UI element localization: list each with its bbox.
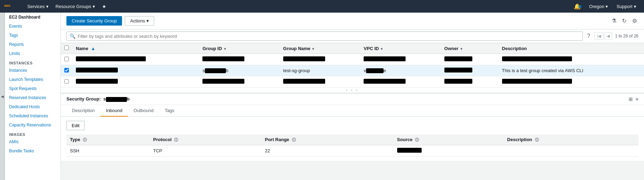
sidebar-item-capacity-reservations[interactable]: Capacity Reservations [5,120,60,130]
table-wrap: Name ▲ Group ID ▾ Group Name ▾ VPC ID [61,43,644,93]
rule-type: SSH [66,145,150,157]
type-info-icon[interactable]: ⓘ [83,138,87,142]
search-input[interactable] [78,34,580,39]
redacted-group-id-3 [202,79,244,84]
edit-inbound-rules-button[interactable]: Edit [66,121,85,130]
inbound-rules-table: Type ⓘ Protocol ⓘ Port Range ⓘ [66,134,638,157]
notifications-bell[interactable]: 🔔 [570,3,584,10]
redacted-desc-3 [502,79,572,84]
scroll-ellipsis: • • • [61,88,644,93]
sidebar: EC2 Dashboard Events Tags Reports Limits… [5,13,61,180]
col-group-id: Group ID ▾ [199,43,280,54]
region-menu[interactable]: Oregon ▾ [586,0,611,13]
services-menu[interactable]: Services ▾ [24,0,52,13]
col-name: Name ▲ [72,43,199,54]
resource-groups-menu[interactable]: Resource Groups ▾ [52,0,99,13]
sidebar-item-bundle-tasks[interactable]: Bundle Tasks [5,146,60,155]
inbound-content: Edit Type ⓘ Protocol ⓘ [61,117,644,161]
redacted-vpc-id-3 [364,79,406,84]
tab-outbound[interactable]: Outbound [128,105,159,117]
aws-logo: aws [4,2,18,11]
tab-description[interactable]: Description [66,105,100,117]
sidebar-item-instances[interactable]: Instances [5,66,60,75]
refresh-icon-btn[interactable]: ↻ [621,16,628,26]
svg-text:aws: aws [4,4,10,7]
sidebar-item-spot-requests[interactable]: Spot Requests [5,84,60,93]
row-checkbox[interactable] [64,79,69,84]
col-type: Type ⓘ [66,134,150,145]
sidebar-item-reports[interactable]: Reports [5,40,60,49]
tab-inbound[interactable]: Inbound [100,105,128,117]
top-nav: aws Services ▾ Resource Groups ▾ ★ 🔔 Ore… [0,0,644,13]
redacted-name-3 [76,79,118,84]
sidebar-collapse-handle[interactable]: ◀ [0,13,5,180]
redacted-group-name-3 [283,79,325,84]
protocol-info-icon[interactable]: ⓘ [174,138,178,142]
group-name-cell: test-sg-group [280,65,360,76]
sidebar-item-events[interactable]: Events [5,22,60,31]
col-port-range: Port Range ⓘ [262,134,394,145]
settings-icon-btn[interactable]: ⚙ [631,16,638,26]
group-name-filter-arrow[interactable]: ▾ [312,47,314,51]
redacted-owner-3 [444,79,472,84]
source-info-icon[interactable]: ⓘ [415,138,419,142]
vpc-id-filter-arrow[interactable]: ▾ [381,47,382,51]
sidebar-item-launch-templates[interactable]: Launch Templates [5,75,60,84]
table-row[interactable] [61,54,644,65]
detail-panel-icons: ⊞ ≡ [629,96,638,102]
col-owner: Owner ▾ [441,43,499,54]
row-checkbox[interactable] [64,68,69,72]
search-input-wrap: 🔍 [66,32,583,41]
redacted-owner [444,56,472,61]
panel-grid-icon[interactable]: ⊞ [629,96,633,102]
actions-button[interactable]: Actions ▾ [125,16,154,26]
flask-icon-btn[interactable]: ⚗ [610,16,618,26]
sidebar-item-scheduled-instances[interactable]: Scheduled Instances [5,111,60,120]
redacted-name-2 [76,68,118,72]
col-description: Description [499,43,644,54]
sidebar-item-limits[interactable]: Limits [5,49,60,58]
panel-list-icon[interactable]: ≡ [636,96,638,102]
main-content: Create Security Group Actions ▾ ⚗ ↻ ⚙ 🔍 … [61,13,644,180]
sidebar-item-tags[interactable]: Tags [5,31,60,40]
redacted-owner-2 [444,68,472,72]
redacted-name [76,56,146,61]
row-checkbox[interactable] [64,57,69,61]
table-row[interactable]: sb test-sg-group ve This is a test group… [61,65,644,76]
toolbar: Create Security Group Actions ▾ ⚗ ↻ ⚙ [61,13,644,29]
table-row[interactable] [61,76,644,88]
tabs-row: Description Inbound Outbound Tags [61,105,644,117]
col-source: Source ⓘ [394,134,504,145]
create-security-group-button[interactable]: Create Security Group [66,16,122,26]
pagination-info: 1 to 26 of 26 [615,34,638,39]
sidebar-item-dedicated-hosts[interactable]: Dedicated Hosts [5,102,60,111]
first-page-btn[interactable]: |◀ [594,32,603,40]
favorites-btn[interactable]: ★ [99,0,110,13]
rule-row: SSH TCP 22 [66,145,638,157]
rule-protocol: TCP [150,145,262,157]
sidebar-item-amis[interactable]: AMIs [5,137,60,146]
sidebar-item-ec2dashboard[interactable]: EC2 Dashboard [5,13,60,22]
group-id-filter-arrow[interactable]: ▾ [224,47,226,51]
redacted-desc [502,56,572,61]
detail-title: Security Group: sb [66,96,130,102]
redacted-group-id [202,56,244,61]
name-sort-arrow[interactable]: ▲ [91,46,95,51]
group-id-cell: sb [199,65,280,76]
col-vpc-id: VPC ID ▾ [360,43,441,54]
col-protocol: Protocol ⓘ [150,134,262,145]
col-group-name: Group Name ▾ [280,43,360,54]
prev-page-btn[interactable]: ◀ [604,32,612,40]
rule-desc-info-icon[interactable]: ⓘ [535,138,539,142]
search-help-icon[interactable]: ? [586,32,592,41]
port-range-info-icon[interactable]: ⓘ [292,138,296,142]
rule-port-range: 22 [262,145,394,157]
support-menu[interactable]: Support ▾ [613,0,640,13]
owner-filter-arrow[interactable]: ▾ [460,47,462,51]
detail-panel: Security Group: sb ⊞ ≡ Description Inbou… [61,93,644,161]
detail-header: Security Group: sb ⊞ ≡ [61,94,644,105]
sidebar-item-reserved-instances[interactable]: Reserved Instances [5,93,60,102]
tab-tags[interactable]: Tags [159,105,180,117]
select-all-checkbox[interactable] [64,46,69,50]
description-cell: This is a test group created via AWS CLI [499,65,644,76]
